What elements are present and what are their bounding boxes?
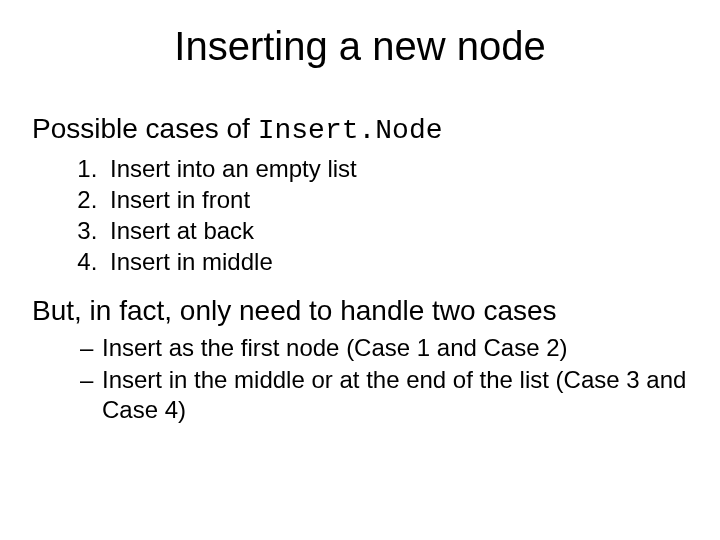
list-item: Insert in the middle or at the end of th… xyxy=(80,365,690,425)
list-item: Insert in front xyxy=(104,185,690,215)
subtitle-prefix: Possible cases of xyxy=(32,113,258,144)
subcases-list: Insert as the first node (Case 1 and Cas… xyxy=(52,333,690,425)
list-item: Insert as the first node (Case 1 and Cas… xyxy=(80,333,690,363)
slide-title: Inserting a new node xyxy=(30,24,690,69)
cases-list: Insert into an empty list Insert in fron… xyxy=(50,154,690,277)
subtitle-code: Insert.Node xyxy=(258,115,443,146)
summary-line: But, in fact, only need to handle two ca… xyxy=(32,295,690,327)
subtitle: Possible cases of Insert.Node xyxy=(32,113,690,146)
list-item: Insert at back xyxy=(104,216,690,246)
list-item: Insert in middle xyxy=(104,247,690,277)
list-item: Insert into an empty list xyxy=(104,154,690,184)
slide: Inserting a new node Possible cases of I… xyxy=(0,0,720,540)
